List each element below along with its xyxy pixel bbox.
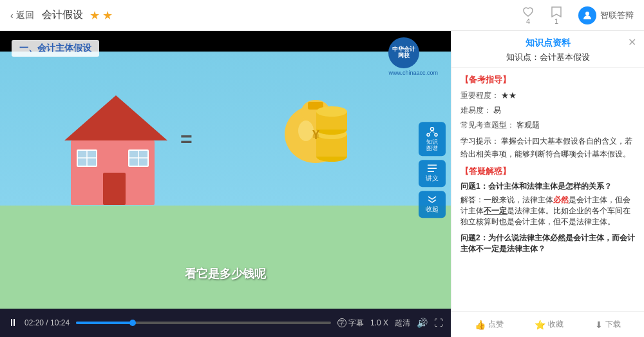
svg-point-19 <box>316 106 347 117</box>
a1-prefix: 解答：一般来说，法律主体 <box>460 195 553 204</box>
volume-button[interactable]: 🔊 <box>417 318 428 328</box>
question-2: 问题2：为什么说法律主体必然是会计主体，而会计主体不一定是法律主体？ <box>460 233 635 255</box>
page-title: 会计假设 <box>42 8 83 22</box>
caption-circle-icon: 字 <box>337 318 346 327</box>
caption-label: 字幕 <box>348 318 364 329</box>
answer-section: 【答疑解惑】 问题1：会计主体和法律主体是怎样的关系？ 解答：一般来说，法律主体… <box>460 166 635 255</box>
lecture-notes-icon <box>426 164 438 173</box>
top-bar: ‹ 返回 会计假设 ★ ★ 4 1 智联答辩 <box>0 0 644 31</box>
svg-point-13 <box>298 120 314 141</box>
equals-sign: = <box>180 128 193 151</box>
panel-like-button[interactable]: 👍 点赞 <box>475 319 504 330</box>
svg-text:¥: ¥ <box>312 128 320 142</box>
coins-illustration: ¥ <box>270 70 361 169</box>
panel-download-button[interactable]: ⬇ 下载 <box>595 319 621 330</box>
answer-1: 解答：一般来说，法律主体必然是会计主体，但会计主体不一定是法律主体。比如企业的各… <box>460 195 635 227</box>
tip-text: 学习提示： 掌握会计四大基本假设各自的含义，若给出相关事项，能够判断符合哪项会计… <box>460 135 635 161</box>
user-area[interactable]: 智联答辩 <box>578 6 634 24</box>
difficulty-row: 难易度： 易 <box>460 104 635 117</box>
like-button[interactable]: 4 <box>522 6 535 25</box>
star-2: ★ <box>102 8 113 23</box>
lecture-notes-label: 讲义 <box>426 174 439 183</box>
svg-point-21 <box>431 127 434 130</box>
collect-button[interactable]: 1 <box>550 6 563 25</box>
collect-icon <box>550 6 563 17</box>
collapse-label: 收起 <box>426 205 439 214</box>
panel-body: 【备考指导】 重要程度： ★★ 难易度： 易 常见考查题型： 客观题 学习提示：… <box>451 68 644 311</box>
coins-svg: ¥ <box>270 70 361 166</box>
progress-filled <box>76 322 131 324</box>
progress-dot <box>129 320 136 326</box>
panel-subtitle: 知识点：会计基本假设 <box>462 52 634 63</box>
svg-rect-3 <box>103 173 126 205</box>
video-chapter-label: 一、会计主体假设 <box>12 40 99 57</box>
star-1: ★ <box>90 8 100 23</box>
svg-point-0 <box>585 12 589 15</box>
logo-circle: 中华会计网校 <box>388 37 419 68</box>
knowledge-map-icon <box>426 126 438 137</box>
a1-must: 必然 <box>553 195 569 204</box>
panel-header: ✕ 知识点资料 知识点：会计基本假设 <box>451 31 644 68</box>
logo-overlay: 中华会计网校 www.chinaacc.com <box>388 37 438 76</box>
quality-button[interactable]: 超清 <box>395 318 410 329</box>
caption-button[interactable]: 字 字幕 <box>337 318 364 329</box>
panel-collect-icon: ⭐ <box>535 320 545 330</box>
play-pause-button[interactable]: ⏸ <box>8 317 18 329</box>
lecture-notes-button[interactable]: 讲义 <box>419 160 446 187</box>
importance-label: 重要程度： <box>460 91 499 100</box>
collapse-button[interactable]: 收起 <box>419 191 446 218</box>
close-button[interactable]: ✕ <box>628 36 636 48</box>
question-type-value: 客观题 <box>516 120 540 130</box>
panel-tab-title[interactable]: 知识点资料 <box>462 37 634 49</box>
side-buttons: 知识图谱 讲义 <box>419 122 446 218</box>
house-svg <box>52 82 180 211</box>
tip-label: 学习提示： <box>460 137 499 146</box>
video-background: 一、会计主体假设 <box>0 31 451 309</box>
prep-guide-title: 【备考指导】 <box>460 74 635 86</box>
collect-count: 1 <box>554 17 558 25</box>
logo-url: www.chinaacc.com <box>388 70 438 76</box>
main-area: 一、会计主体假设 <box>0 31 644 337</box>
panel-footer: 👍 点赞 ⭐ 收藏 ⬇ 下载 <box>451 311 644 337</box>
back-button[interactable]: ‹ 返回 <box>10 10 34 21</box>
question-type-row: 常见考查题型： 客观题 <box>460 119 635 131</box>
knowledge-map-button[interactable]: 知识图谱 <box>419 122 446 157</box>
fullscreen-button[interactable]: ⛶ <box>434 318 443 328</box>
back-label: 返回 <box>16 10 34 21</box>
star-rating: ★ ★ <box>90 8 113 23</box>
knowledge-map-label: 知识图谱 <box>426 139 438 153</box>
back-arrow-icon: ‹ <box>10 10 14 21</box>
panel-download-icon: ⬇ <box>595 320 603 330</box>
difficulty-label: 难易度： <box>460 106 491 115</box>
panel-like-icon: 👍 <box>475 320 486 330</box>
importance-row: 重要程度： ★★ <box>460 90 635 102</box>
time-display: 02:20 / 10:24 <box>24 318 70 327</box>
like-count: 4 <box>526 17 530 25</box>
panel-collect-label: 收藏 <box>548 319 564 330</box>
difficulty-value: 易 <box>493 106 501 115</box>
top-bar-right: 4 1 智联答辩 <box>522 6 634 25</box>
panel-like-label: 点赞 <box>488 319 504 330</box>
svg-marker-2 <box>64 95 167 140</box>
panel-download-label: 下载 <box>605 319 621 330</box>
question-1: 问题1：会计主体和法律主体是怎样的关系？ <box>460 181 635 192</box>
like-icon <box>522 6 535 17</box>
answer-title: 【答疑解惑】 <box>460 166 635 177</box>
video-controls: ⏸ 02:20 / 10:24 字 字幕 1.0 X 超清 🔊 ⛶ <box>0 309 451 337</box>
video-section: 一、会计主体假设 <box>0 31 451 337</box>
collapse-icon <box>427 195 437 204</box>
progress-bar[interactable] <box>76 322 331 324</box>
user-icon <box>582 10 592 21</box>
house-illustration <box>52 82 180 214</box>
speed-button[interactable]: 1.0 X <box>370 318 388 327</box>
video-container: 一、会计主体假设 <box>0 31 451 309</box>
importance-value: ★★ <box>501 91 516 100</box>
svg-line-25 <box>432 130 435 133</box>
svg-line-24 <box>429 130 432 133</box>
avatar <box>578 6 596 24</box>
right-panel: ✕ 知识点资料 知识点：会计基本假设 【备考指导】 重要程度： ★★ 难易度： … <box>451 31 644 337</box>
a1-notnecessarily: 不一定 <box>484 206 507 215</box>
question-type-label: 常见考查题型： <box>460 120 515 130</box>
panel-collect-button[interactable]: ⭐ 收藏 <box>535 319 564 330</box>
user-name: 智联答辩 <box>600 10 634 21</box>
